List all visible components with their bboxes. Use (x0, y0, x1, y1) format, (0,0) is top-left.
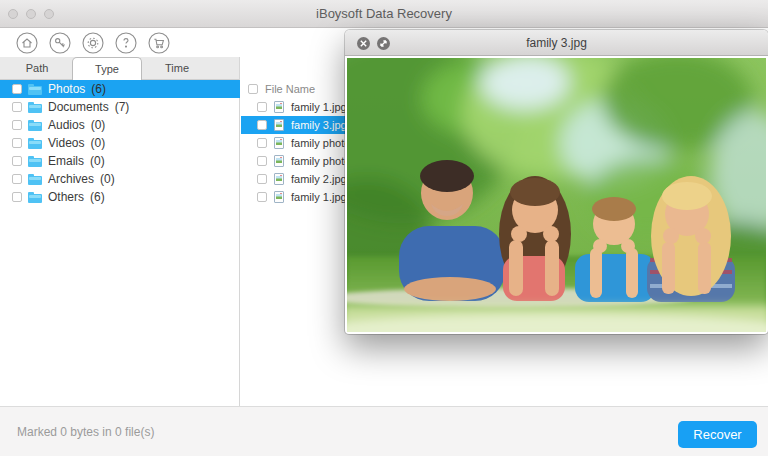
key-icon[interactable] (49, 32, 71, 54)
file-checkbox[interactable] (257, 156, 267, 166)
category-label: Emails (48, 154, 84, 168)
file-name-column-header: File Name (265, 83, 315, 95)
sidebar-tabs: PathTypeTime (0, 57, 239, 80)
category-checkbox[interactable] (12, 192, 22, 202)
file-name: family 1.jpg (291, 191, 347, 203)
image-file-icon (274, 119, 284, 131)
titlebar: iBoysoft Data Recovery (0, 0, 768, 28)
folder-icon (28, 192, 42, 203)
category-count: (6) (90, 190, 105, 204)
file-row[interactable]: family 3.jpg (241, 116, 345, 134)
category-count: (6) (91, 82, 106, 96)
category-count: (0) (100, 172, 115, 186)
file-row[interactable]: family photo.png (241, 152, 345, 170)
category-checkbox[interactable] (12, 102, 22, 112)
image-file-icon (274, 137, 284, 149)
file-checkbox[interactable] (257, 192, 267, 202)
category-checkbox[interactable] (12, 156, 22, 166)
file-checkbox[interactable] (257, 174, 267, 184)
category-list: Photos (6) Documents (7) Audios (0) Vide… (0, 80, 240, 206)
zoom-window-button[interactable] (44, 9, 54, 19)
file-row[interactable]: family photo 2.png (241, 134, 345, 152)
preview-window-controls (357, 30, 390, 56)
store-cart-icon[interactable] (148, 32, 170, 54)
sidebar-panel: PathTypeTime Photos (6) Documents (7) Au… (0, 57, 240, 406)
recover-button[interactable]: Recover (678, 421, 757, 448)
file-name: family 3.jpg (291, 119, 347, 131)
preview-close-icon[interactable] (357, 37, 370, 50)
category-checkbox[interactable] (12, 138, 22, 148)
image-file-icon (274, 155, 284, 167)
folder-icon (28, 102, 42, 113)
category-label: Archives (48, 172, 94, 186)
select-all-checkbox[interactable] (248, 84, 258, 94)
tab-time[interactable]: Time (142, 57, 212, 79)
category-count: (0) (91, 118, 106, 132)
tab-path[interactable]: Path (2, 57, 72, 79)
category-label: Audios (48, 118, 85, 132)
folder-icon (28, 120, 42, 131)
preview-title: family 3.jpg (526, 36, 587, 50)
window-title: iBoysoft Data Recovery (316, 6, 452, 21)
category-checkbox[interactable] (12, 84, 22, 94)
preview-titlebar[interactable]: family 3.jpg (345, 30, 768, 56)
settings-gear-icon[interactable] (82, 32, 104, 54)
file-checkbox[interactable] (257, 120, 267, 130)
marked-status-text: Marked 0 bytes in 0 file(s) (17, 425, 154, 439)
folder-icon (28, 138, 42, 149)
home-icon[interactable] (16, 32, 38, 54)
category-count: (7) (115, 100, 130, 114)
category-label: Documents (48, 100, 109, 114)
category-count: (0) (90, 136, 105, 150)
sidebar-item-photos[interactable]: Photos (6) (0, 80, 240, 98)
file-row[interactable]: family 2.jpg (241, 170, 345, 188)
traffic-lights (8, 0, 54, 28)
app-window: iBoysoft Data Recovery (0, 0, 768, 456)
preview-photo (347, 58, 766, 332)
status-bar: Marked 0 bytes in 0 file(s) Recover (0, 406, 768, 456)
image-file-icon (274, 101, 284, 113)
help-icon[interactable] (115, 32, 137, 54)
image-file-icon (274, 191, 284, 203)
file-row[interactable]: family 1.jpg (241, 98, 345, 116)
family-photo-illustration (347, 58, 766, 332)
category-checkbox[interactable] (12, 120, 22, 130)
sidebar-item-videos[interactable]: Videos (0) (0, 134, 240, 152)
sidebar-item-others[interactable]: Others (6) (0, 188, 240, 206)
folder-icon (28, 156, 42, 167)
preview-window: family 3.jpg (345, 30, 768, 334)
sidebar-item-emails[interactable]: Emails (0) (0, 152, 240, 170)
close-window-button[interactable] (8, 9, 18, 19)
category-label: Others (48, 190, 84, 204)
file-checkbox[interactable] (257, 102, 267, 112)
category-count: (0) (90, 154, 105, 168)
image-file-icon (274, 173, 284, 185)
file-row[interactable]: family 1.jpg (241, 188, 345, 206)
category-label: Photos (48, 82, 85, 96)
category-label: Videos (48, 136, 84, 150)
sidebar-item-archives[interactable]: Archives (0) (0, 170, 240, 188)
category-checkbox[interactable] (12, 174, 22, 184)
folder-icon (28, 84, 42, 95)
file-name: family 1.jpg (291, 101, 347, 113)
minimize-window-button[interactable] (26, 9, 36, 19)
folder-icon (28, 174, 42, 185)
file-name: family 2.jpg (291, 173, 347, 185)
sidebar-item-documents[interactable]: Documents (7) (0, 98, 240, 116)
tab-type[interactable]: Type (72, 57, 142, 80)
sidebar-item-audios[interactable]: Audios (0) (0, 116, 240, 134)
file-checkbox[interactable] (257, 138, 267, 148)
preview-zoom-icon[interactable] (377, 37, 390, 50)
